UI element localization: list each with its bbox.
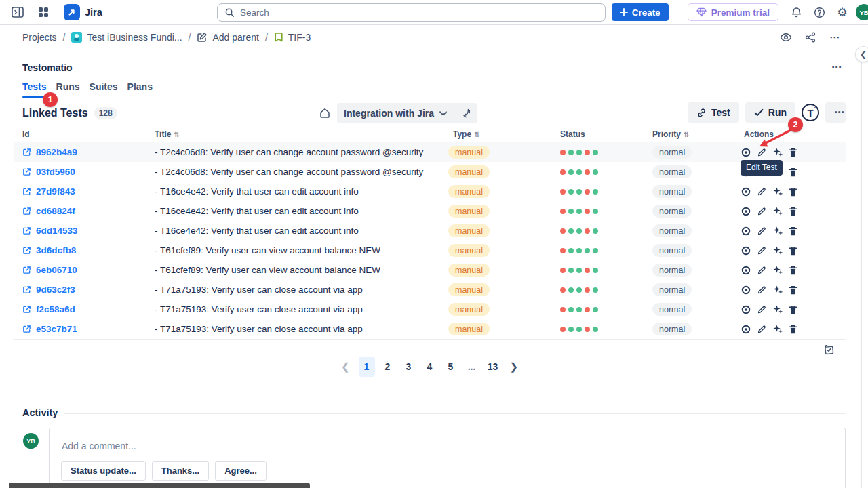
status-dot-green [593,248,598,253]
status-dots [560,287,652,293]
ai-generate-icon[interactable] [772,285,783,295]
edit-test-icon[interactable] [757,285,766,295]
branch-selector[interactable]: Integration with Jira [337,103,477,123]
view-test-icon[interactable] [741,266,751,275]
user-avatar[interactable]: YB [856,4,868,20]
premium-trial-button[interactable]: Premium trial [688,3,778,21]
quick-reply-button[interactable]: Thanks... [152,461,209,481]
page-3[interactable]: 3 [401,357,417,377]
page-5[interactable]: 5 [443,357,459,377]
view-test-icon[interactable] [741,305,751,314]
home-button[interactable] [319,107,331,119]
view-test-icon[interactable] [741,187,751,197]
select-tests-icon[interactable] [823,343,835,356]
link-test-button[interactable]: Test [688,102,739,123]
header-id[interactable]: Id [22,129,155,139]
jira-home-link[interactable]: Jira [64,4,102,20]
app-switcher-button[interactable] [34,3,53,22]
settings-button[interactable]: ⚙ [833,3,852,22]
delete-test-icon[interactable] [789,207,797,216]
view-test-icon[interactable] [741,148,751,157]
view-test-icon[interactable] [741,325,751,334]
ai-generate-icon[interactable] [772,226,783,236]
comment-box[interactable]: Add a comment... Status update...Thanks.… [49,428,846,488]
ai-generate-icon[interactable] [772,304,783,314]
quick-reply-button[interactable]: Agree... [215,461,267,481]
prev-page-button[interactable]: ❮ [337,361,354,373]
panel-actions-more-button[interactable]: ⋯ [825,102,846,123]
edit-test-icon[interactable] [757,305,766,314]
header-priority[interactable]: Priority⇅ [652,129,741,139]
test-id-link[interactable]: 03fd5960 [22,167,155,177]
ai-generate-icon[interactable] [772,245,783,256]
status-dot-red [585,268,590,273]
share-button[interactable] [800,28,821,46]
add-parent-button[interactable]: Add parent [197,32,259,43]
test-id-link[interactable]: 8962b4a9 [22,147,155,157]
delete-test-icon[interactable] [789,285,797,295]
help-button[interactable] [810,3,829,22]
collapse-panel-button[interactable]: ❮ [855,46,868,62]
edit-test-icon[interactable] [757,207,766,216]
create-button[interactable]: Create [612,3,669,21]
ai-generate-icon[interactable] [772,324,783,334]
delete-test-icon[interactable] [789,246,797,256]
test-id-link[interactable]: 27d9f843 [22,186,155,197]
row-title: - T71a75193: Verify user can close accou… [155,285,448,295]
run-button[interactable]: Run [745,102,795,123]
comment-placeholder[interactable]: Add a comment... [62,441,136,451]
sidebar-toggle-button[interactable] [8,3,27,22]
panel-more-button[interactable]: ⋯ [831,61,842,73]
activity-title: Activity [22,407,58,418]
priority-badge: normal [652,165,692,178]
view-test-icon[interactable] [741,285,751,295]
test-id-link[interactable]: e53c7b71 [22,324,155,334]
next-page-button[interactable]: ❯ [506,361,523,373]
ai-generate-icon[interactable] [772,186,783,197]
delete-test-icon[interactable] [789,305,797,314]
view-test-icon[interactable] [741,246,751,256]
edit-test-icon[interactable] [757,266,766,275]
test-id-link[interactable]: 6dd14533 [22,226,155,236]
pull-tests-icon[interactable] [461,108,471,119]
delete-test-icon[interactable] [789,187,797,197]
edit-test-icon[interactable] [757,226,766,236]
delete-test-icon[interactable] [789,325,797,334]
page-1[interactable]: 1 [359,357,375,377]
breadcrumb: Projects / Test iBusiness Fundi... / Add… [22,25,311,49]
delete-test-icon[interactable] [789,266,797,275]
delete-test-icon[interactable] [789,226,797,236]
breadcrumb-projects[interactable]: Projects [22,32,57,43]
delete-test-icon[interactable] [789,167,797,177]
quick-reply-button[interactable]: Status update... [61,461,146,481]
status-dots [560,327,652,332]
page-13[interactable]: 13 [485,357,501,377]
test-id-link[interactable]: 9d63c2f3 [22,285,155,295]
search-placeholder: Search [240,7,269,18]
notifications-button[interactable] [787,3,806,22]
test-id-link[interactable]: f2c58a6d [22,304,155,314]
watch-button[interactable] [776,28,796,46]
header-type[interactable]: Type⇅ [448,129,560,139]
search-input[interactable]: Search [217,3,606,22]
header-title[interactable]: Title⇅ [155,129,448,139]
edit-test-icon[interactable] [757,246,766,256]
more-actions-button[interactable]: ⋯ [825,28,845,46]
breadcrumb-issue[interactable]: TIF-3 [274,32,311,43]
page-2[interactable]: 2 [380,357,396,377]
row-actions [741,265,846,275]
edit-test-icon[interactable] [757,187,766,197]
testomatio-logo-button[interactable]: T’ [802,104,819,121]
test-id-link[interactable]: 6eb06710 [22,265,155,275]
page-4[interactable]: 4 [422,357,438,377]
header-status[interactable]: Status [560,129,652,139]
ai-generate-icon[interactable] [772,265,783,275]
edit-test-icon[interactable] [757,325,766,334]
view-test-icon[interactable] [741,207,751,216]
test-id-link[interactable]: cd68824f [22,206,155,216]
ai-generate-icon[interactable] [772,206,783,216]
test-id-link[interactable]: 3d6dcfb8 [22,245,155,256]
view-test-icon[interactable] [741,226,751,236]
top-navbar: Jira Search Create Premium trial [0,0,868,25]
breadcrumb-project[interactable]: Test iBusiness Fundi... [71,32,182,43]
